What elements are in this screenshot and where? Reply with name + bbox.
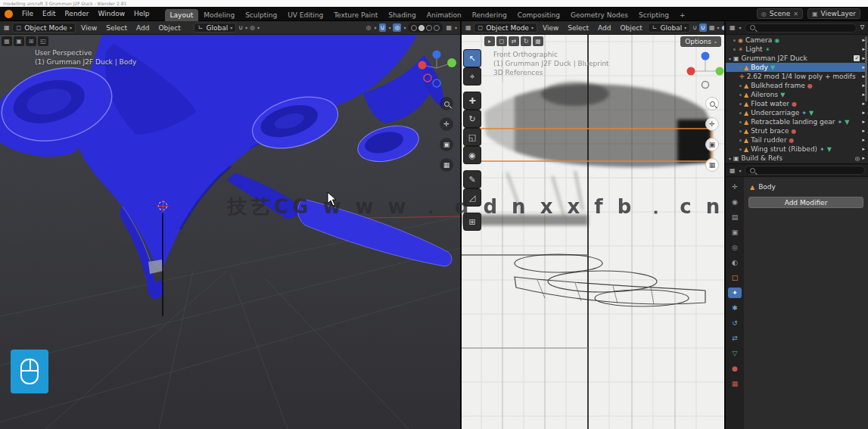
select-menu[interactable]: Select [102,24,131,32]
add-widget-icon[interactable]: ⊞ [26,36,36,46]
menu-render[interactable]: Render [61,10,94,17]
transform-orientation-dropdown[interactable]: ∟ Global ▾ [194,23,236,33]
tweak-mode-icon[interactable]: ▸ [484,36,495,46]
visibility-dot-icon[interactable] [739,85,742,87]
perspective-toggle-button[interactable]: ▦ [705,158,719,172]
proportional-options-icon[interactable]: ▾ [403,25,406,30]
options-dropdown[interactable]: Options ▾ [680,36,721,47]
snap-magnet-icon[interactable]: ∪ [238,24,244,31]
selectability-icon[interactable]: ▸ [862,128,865,134]
menu-window[interactable]: Window [94,10,130,17]
expander-icon[interactable]: ▾ [729,56,731,61]
mode-dropdown[interactable]: ◻ Object Mode ▾ [12,23,76,33]
camera-view-button[interactable]: ▣ [440,138,453,151]
outliner-row-collection[interactable]: ▾ ▣ Grumman J2F Duck ✓ ▸ [726,54,866,63]
selectability-icon[interactable]: ▸ [862,146,865,152]
outliner-row-float-water[interactable]: ▲ Float water ● ▸ [726,99,866,108]
tool-cursor[interactable]: ⌖ [464,68,481,85]
object-data-properties-tab-icon[interactable]: ▽ [728,348,742,359]
menu-help[interactable]: Help [129,10,154,17]
overlays-icon[interactable]: ▦ [708,24,716,31]
selectability-icon[interactable]: ▸ [862,119,865,125]
overlays-dropdown-icon[interactable]: ▾ [717,25,720,30]
overlays-icon[interactable]: ▦ [445,24,453,31]
outliner-row-light[interactable]: ☀ Light ☀ ▸ [726,45,866,54]
proportional-dropdown-icon[interactable]: ▾ [257,25,260,30]
modifier-properties-tab-icon[interactable]: ✦ [728,288,742,298]
editor-type-icon[interactable]: ▦ [3,24,11,31]
tab-rendering[interactable]: Rendering [467,9,512,21]
mode-dropdown[interactable]: ◻ Object Mode ▾ [474,23,537,33]
tool-scale[interactable]: ◱ [464,129,481,145]
outliner-row-undercarriage[interactable]: ▲ Undercarriage ✦ ▼ ▸ [726,108,866,117]
tool-transform[interactable]: ◉ [464,147,481,163]
blender-logo-icon[interactable] [5,10,13,18]
snap-toggle-icon[interactable]: ∪ [699,23,707,32]
tool-add-cube[interactable]: ⊞ [464,213,481,230]
particles-properties-tab-icon[interactable]: ✱ [728,303,742,313]
outliner-row-bulkhead[interactable]: ▲ Bulkhead frame ● ▸ [726,81,866,90]
visibility-dot-icon[interactable] [739,112,742,114]
navigation-gizmo[interactable] [686,47,724,89]
scene-properties-tab-icon[interactable]: ◎ [728,242,742,253]
grid-widget-icon[interactable]: ▦ [2,36,12,46]
tab-shading[interactable]: Shading [383,9,422,21]
corner-widget-icon[interactable]: ◱ [38,36,48,46]
scene-selector[interactable]: ◎ Scene ✕ [757,8,803,19]
add-modifier-button[interactable]: Add Modifier [748,197,863,208]
menu-file[interactable]: File [17,10,38,17]
scene-unlink-icon[interactable]: ✕ [793,11,798,17]
object-properties-tab-icon[interactable]: □ [728,272,742,283]
visibility-dot-icon[interactable] [739,148,742,151]
tool-measure[interactable]: ◿ [464,189,481,206]
tab-modeling[interactable]: Modeling [198,9,240,21]
world-properties-tab-icon[interactable]: ◐ [728,257,742,268]
selectability-icon[interactable]: ▸ [862,137,865,143]
tool-select-box[interactable]: ↖ [464,50,481,67]
selectability-icon[interactable]: ▸ [862,155,865,161]
tab-texture-paint[interactable]: Texture Paint [328,9,383,21]
visibility-dot-icon[interactable] [739,121,742,123]
proportional-toggle-icon[interactable]: ◎ [393,23,401,32]
texture-properties-tab-icon[interactable]: ▦ [728,378,742,389]
view-menu[interactable]: View [77,24,101,32]
viewport-3d-right[interactable]: ▦ ◻ Object Mode ▾ View Select Add Object… [460,21,724,429]
outliner-row-tail-rudder[interactable]: ▲ Tail rudder ● ▸ [726,135,866,145]
outliner-search-input[interactable] [745,23,857,33]
add-menu[interactable]: Add [594,24,614,32]
chevron-down-icon[interactable]: ▾ [739,168,742,173]
select-extend-icon[interactable]: ⇄ [509,36,519,46]
add-workspace-button[interactable]: + [674,9,691,21]
proportional-edit-icon[interactable]: ◎ [249,24,256,31]
solid-shading-icon[interactable] [418,25,425,31]
tab-uv-editing[interactable]: UV Editing [282,9,328,21]
snap-toggle-icon[interactable]: ∪ [379,23,387,32]
view-layer-properties-tab-icon[interactable]: ▣ [728,227,742,238]
tool-rotate[interactable]: ↻ [464,110,481,127]
filter-icon[interactable]: ∇ [860,24,865,31]
outliner-row-wing-strut[interactable]: ▲ Wing strut (Ribbed) ✦ ▼ ▸ [726,145,866,154]
transform-orientation-dropdown[interactable]: ∟ Global ▾ [648,23,690,33]
physics-properties-tab-icon[interactable]: ↺ [728,318,742,328]
outliner-editor-icon[interactable]: ▦ [729,24,736,31]
properties-editor-icon[interactable]: ▦ [729,167,736,174]
object-menu[interactable]: Object [154,24,184,32]
material-shading-icon[interactable] [426,25,432,31]
tab-layout[interactable]: Layout [165,9,199,21]
visibility-dot-icon[interactable] [739,139,742,141]
outliner-scrollbar[interactable] [865,36,867,101]
zoom-view-button[interactable] [705,97,719,110]
selectability-icon[interactable]: ▸ [862,110,865,116]
view-menu[interactable]: View [539,24,562,32]
outliner-row-body[interactable]: ▲ Body ▼ ▸ [726,63,866,72]
selectability-icon[interactable]: ▸ [862,101,865,107]
material-properties-tab-icon[interactable]: ● [728,363,742,374]
outliner-row-refs-collection[interactable]: ▾ ▣ Build & Refs ◎ ▸ [726,154,866,163]
menu-edit[interactable]: Edit [38,10,60,17]
outliner-row-ailerons[interactable]: ▲ Ailerons ▼ ▸ [726,90,866,99]
expander-icon[interactable]: ▾ [729,156,731,161]
navigation-gizmo[interactable] [415,44,459,91]
tab-geometry-nodes[interactable]: Geometry Nodes [565,9,633,21]
add-menu[interactable]: Add [132,24,153,32]
pan-view-button[interactable]: ✛ [705,117,719,131]
